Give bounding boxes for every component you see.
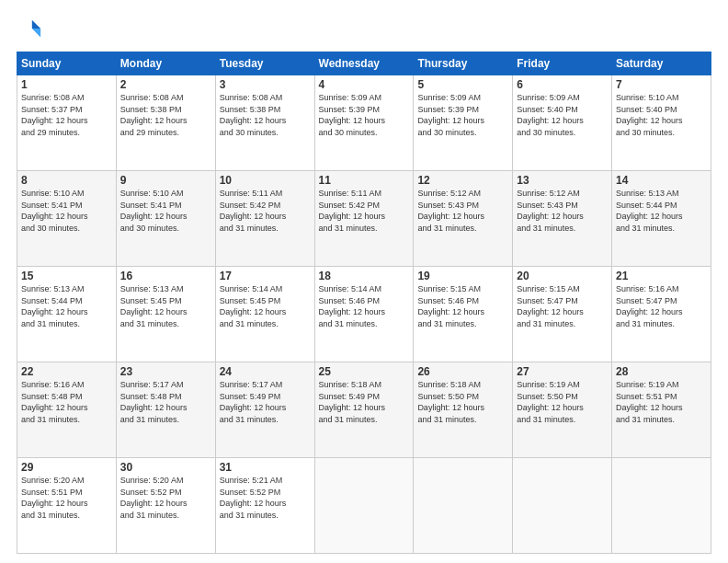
day-number: 1 xyxy=(21,78,112,91)
day-info: Sunrise: 5:11 AMSunset: 5:42 PMDaylight:… xyxy=(220,188,311,234)
svg-marker-1 xyxy=(32,29,40,37)
day-number: 12 xyxy=(417,174,508,187)
day-number: 2 xyxy=(120,78,211,91)
day-info: Sunrise: 5:08 AMSunset: 5:38 PMDaylight:… xyxy=(120,92,211,138)
calendar-cell: 31Sunrise: 5:21 AMSunset: 5:52 PMDayligh… xyxy=(215,458,314,554)
day-number: 28 xyxy=(616,365,707,378)
day-info: Sunrise: 5:17 AMSunset: 5:49 PMDaylight:… xyxy=(220,379,311,425)
day-info: Sunrise: 5:14 AMSunset: 5:45 PMDaylight:… xyxy=(220,283,311,329)
day-number: 8 xyxy=(21,174,112,187)
day-info: Sunrise: 5:08 AMSunset: 5:37 PMDaylight:… xyxy=(21,92,112,138)
calendar-cell: 16Sunrise: 5:13 AMSunset: 5:45 PMDayligh… xyxy=(116,267,215,362)
logo-icon xyxy=(17,17,42,42)
calendar-cell: 10Sunrise: 5:11 AMSunset: 5:42 PMDayligh… xyxy=(215,171,314,267)
day-number: 5 xyxy=(417,78,508,91)
col-header-sunday: Sunday xyxy=(17,52,117,75)
day-info: Sunrise: 5:10 AMSunset: 5:41 PMDaylight:… xyxy=(21,188,112,234)
calendar-week-row: 22Sunrise: 5:16 AMSunset: 5:48 PMDayligh… xyxy=(17,362,711,458)
page: SundayMondayTuesdayWednesdayThursdayFrid… xyxy=(0,0,728,563)
calendar-cell: 27Sunrise: 5:19 AMSunset: 5:50 PMDayligh… xyxy=(513,362,612,458)
calendar-cell: 28Sunrise: 5:19 AMSunset: 5:51 PMDayligh… xyxy=(612,362,711,458)
calendar-cell: 30Sunrise: 5:20 AMSunset: 5:52 PMDayligh… xyxy=(116,458,215,554)
day-info: Sunrise: 5:10 AMSunset: 5:41 PMDaylight:… xyxy=(120,188,211,234)
day-number: 18 xyxy=(319,270,410,282)
day-info: Sunrise: 5:15 AMSunset: 5:47 PMDaylight:… xyxy=(517,283,608,329)
day-info: Sunrise: 5:13 AMSunset: 5:44 PMDaylight:… xyxy=(616,188,707,234)
header xyxy=(17,17,711,42)
day-number: 6 xyxy=(517,78,608,91)
day-number: 3 xyxy=(220,78,311,91)
calendar-cell: 29Sunrise: 5:20 AMSunset: 5:51 PMDayligh… xyxy=(17,458,117,554)
day-number: 15 xyxy=(21,270,112,282)
calendar-cell: 23Sunrise: 5:17 AMSunset: 5:48 PMDayligh… xyxy=(116,362,215,458)
logo xyxy=(17,17,46,42)
day-number: 11 xyxy=(319,174,410,187)
day-number: 10 xyxy=(220,174,311,187)
day-info: Sunrise: 5:10 AMSunset: 5:40 PMDaylight:… xyxy=(616,92,707,138)
calendar-cell xyxy=(414,458,513,554)
day-info: Sunrise: 5:16 AMSunset: 5:47 PMDaylight:… xyxy=(616,283,707,329)
calendar-week-row: 29Sunrise: 5:20 AMSunset: 5:51 PMDayligh… xyxy=(17,458,711,554)
day-number: 14 xyxy=(616,174,707,187)
calendar-cell: 11Sunrise: 5:11 AMSunset: 5:42 PMDayligh… xyxy=(314,171,414,267)
calendar-cell: 19Sunrise: 5:15 AMSunset: 5:46 PMDayligh… xyxy=(414,267,513,362)
day-number: 20 xyxy=(517,270,608,282)
day-info: Sunrise: 5:21 AMSunset: 5:52 PMDaylight:… xyxy=(220,475,311,521)
calendar-cell: 15Sunrise: 5:13 AMSunset: 5:44 PMDayligh… xyxy=(17,267,117,362)
calendar-cell: 4Sunrise: 5:09 AMSunset: 5:39 PMDaylight… xyxy=(314,75,414,171)
calendar-cell: 12Sunrise: 5:12 AMSunset: 5:43 PMDayligh… xyxy=(414,171,513,267)
day-info: Sunrise: 5:09 AMSunset: 5:39 PMDaylight:… xyxy=(319,92,410,138)
day-info: Sunrise: 5:13 AMSunset: 5:45 PMDaylight:… xyxy=(120,283,211,329)
calendar-cell: 3Sunrise: 5:08 AMSunset: 5:38 PMDaylight… xyxy=(215,75,314,171)
day-number: 27 xyxy=(517,365,608,378)
calendar-table: SundayMondayTuesdayWednesdayThursdayFrid… xyxy=(17,52,711,554)
calendar-cell xyxy=(513,458,612,554)
day-number: 24 xyxy=(220,365,311,378)
day-info: Sunrise: 5:11 AMSunset: 5:42 PMDaylight:… xyxy=(319,188,410,234)
calendar-cell: 26Sunrise: 5:18 AMSunset: 5:50 PMDayligh… xyxy=(414,362,513,458)
calendar-cell: 1Sunrise: 5:08 AMSunset: 5:37 PMDaylight… xyxy=(17,75,117,171)
day-info: Sunrise: 5:18 AMSunset: 5:50 PMDaylight:… xyxy=(417,379,508,425)
calendar-cell: 18Sunrise: 5:14 AMSunset: 5:46 PMDayligh… xyxy=(314,267,414,362)
svg-marker-0 xyxy=(32,20,40,29)
day-info: Sunrise: 5:16 AMSunset: 5:48 PMDaylight:… xyxy=(21,379,112,425)
calendar-cell: 25Sunrise: 5:18 AMSunset: 5:49 PMDayligh… xyxy=(314,362,414,458)
day-info: Sunrise: 5:12 AMSunset: 5:43 PMDaylight:… xyxy=(417,188,508,234)
calendar-cell: 20Sunrise: 5:15 AMSunset: 5:47 PMDayligh… xyxy=(513,267,612,362)
calendar-cell: 24Sunrise: 5:17 AMSunset: 5:49 PMDayligh… xyxy=(215,362,314,458)
col-header-friday: Friday xyxy=(513,52,612,75)
day-number: 16 xyxy=(120,270,211,282)
day-info: Sunrise: 5:19 AMSunset: 5:51 PMDaylight:… xyxy=(616,379,707,425)
day-number: 30 xyxy=(120,461,211,474)
day-number: 26 xyxy=(417,365,508,378)
calendar-cell: 8Sunrise: 5:10 AMSunset: 5:41 PMDaylight… xyxy=(17,171,117,267)
day-number: 22 xyxy=(21,365,112,378)
day-number: 21 xyxy=(616,270,707,282)
calendar-cell: 5Sunrise: 5:09 AMSunset: 5:39 PMDaylight… xyxy=(414,75,513,171)
day-info: Sunrise: 5:17 AMSunset: 5:48 PMDaylight:… xyxy=(120,379,211,425)
day-number: 23 xyxy=(120,365,211,378)
calendar-week-row: 15Sunrise: 5:13 AMSunset: 5:44 PMDayligh… xyxy=(17,267,711,362)
col-header-thursday: Thursday xyxy=(414,52,513,75)
day-info: Sunrise: 5:09 AMSunset: 5:39 PMDaylight:… xyxy=(417,92,508,138)
day-number: 13 xyxy=(517,174,608,187)
calendar-cell: 21Sunrise: 5:16 AMSunset: 5:47 PMDayligh… xyxy=(612,267,711,362)
day-info: Sunrise: 5:13 AMSunset: 5:44 PMDaylight:… xyxy=(21,283,112,329)
day-info: Sunrise: 5:15 AMSunset: 5:46 PMDaylight:… xyxy=(417,283,508,329)
calendar-cell: 22Sunrise: 5:16 AMSunset: 5:48 PMDayligh… xyxy=(17,362,117,458)
calendar-cell xyxy=(612,458,711,554)
day-info: Sunrise: 5:20 AMSunset: 5:51 PMDaylight:… xyxy=(21,475,112,521)
col-header-tuesday: Tuesday xyxy=(215,52,314,75)
day-info: Sunrise: 5:14 AMSunset: 5:46 PMDaylight:… xyxy=(319,283,410,329)
day-info: Sunrise: 5:20 AMSunset: 5:52 PMDaylight:… xyxy=(120,475,211,521)
day-number: 31 xyxy=(220,461,311,474)
day-info: Sunrise: 5:12 AMSunset: 5:43 PMDaylight:… xyxy=(517,188,608,234)
calendar-cell: 7Sunrise: 5:10 AMSunset: 5:40 PMDaylight… xyxy=(612,75,711,171)
calendar-cell: 2Sunrise: 5:08 AMSunset: 5:38 PMDaylight… xyxy=(116,75,215,171)
calendar-week-row: 1Sunrise: 5:08 AMSunset: 5:37 PMDaylight… xyxy=(17,75,711,171)
col-header-monday: Monday xyxy=(116,52,215,75)
col-header-saturday: Saturday xyxy=(612,52,711,75)
calendar-cell xyxy=(314,458,414,554)
day-info: Sunrise: 5:18 AMSunset: 5:49 PMDaylight:… xyxy=(319,379,410,425)
day-number: 9 xyxy=(120,174,211,187)
